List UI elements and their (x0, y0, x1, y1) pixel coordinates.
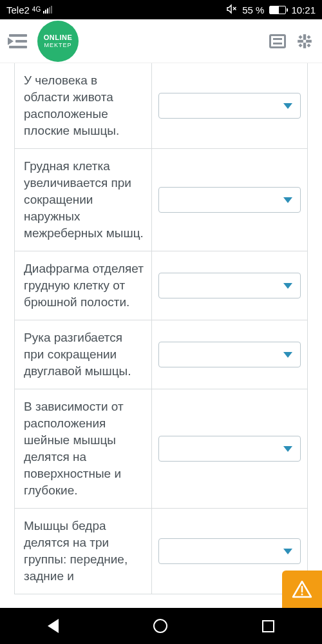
answer-select[interactable] (158, 538, 301, 564)
answer-select[interactable] (158, 342, 301, 367)
mute-icon (225, 3, 237, 17)
table-row: Мышцы бедра делятся на три группы: перед… (15, 508, 307, 594)
chevron-down-icon (283, 549, 292, 554)
question-table: У человека в области живота расположеные… (14, 63, 308, 594)
chevron-down-icon (283, 352, 292, 358)
svg-point-11 (301, 594, 303, 596)
list-icon[interactable] (269, 34, 286, 48)
svg-rect-2 (298, 39, 303, 42)
chevron-down-icon (283, 446, 292, 452)
table-row: Грудная клетка увеличивается при сокраще… (15, 148, 307, 251)
app-header: ONLINE MEKTEP (0, 19, 322, 63)
svg-rect-3 (306, 39, 312, 42)
warning-icon (292, 580, 312, 598)
battery-pct: 55 % (242, 5, 264, 15)
question-text: Грудная клетка увеличивается при сокраще… (15, 149, 152, 251)
question-text: Диафрагма отделяет грудную клетку от брю… (15, 251, 152, 320)
back-button[interactable] (48, 619, 59, 633)
question-text: В зависимости от расположения шейные мыш… (15, 389, 152, 508)
recent-button[interactable] (262, 620, 274, 632)
svg-rect-4 (303, 34, 306, 40)
svg-rect-9 (307, 43, 310, 47)
svg-rect-7 (307, 35, 310, 39)
question-text: Рука разгибается при сокращении двуглаво… (15, 320, 152, 389)
clock: 10:21 (291, 5, 316, 15)
battery-icon (269, 6, 286, 14)
question-text: У человека в области живота расположеные… (15, 63, 152, 148)
status-bar: Tele2 4G 55 % 10:21 (0, 0, 322, 19)
home-button[interactable] (153, 619, 167, 633)
menu-icon[interactable] (9, 34, 27, 48)
svg-rect-5 (303, 43, 306, 48)
table-row: Диафрагма отделяет грудную клетку от брю… (15, 251, 307, 320)
table-row: Рука разгибается при сокращении двуглаво… (15, 320, 307, 389)
chevron-down-icon (283, 197, 292, 203)
answer-select[interactable] (158, 93, 301, 119)
svg-rect-6 (298, 35, 302, 39)
chevron-down-icon (283, 283, 292, 289)
chevron-down-icon (283, 103, 292, 109)
svg-rect-8 (298, 43, 302, 47)
answer-select[interactable] (158, 187, 301, 213)
content-area: У человека в области живота расположеные… (0, 63, 322, 608)
question-text: Мышцы бедра делятся на три группы: перед… (15, 509, 152, 594)
alert-button[interactable] (282, 571, 322, 608)
network-label: 4G (32, 7, 41, 12)
globe-icon[interactable] (296, 33, 313, 50)
table-row: В зависимости от расположения шейные мыш… (15, 389, 307, 508)
carrier-label: Tele2 (6, 5, 30, 15)
logo[interactable]: ONLINE MEKTEP (37, 21, 79, 62)
answer-select[interactable] (158, 273, 301, 298)
signal-icon (43, 6, 52, 14)
android-nav-bar (0, 608, 322, 644)
table-row: У человека в области живота расположеные… (15, 63, 307, 148)
answer-select[interactable] (158, 436, 301, 462)
